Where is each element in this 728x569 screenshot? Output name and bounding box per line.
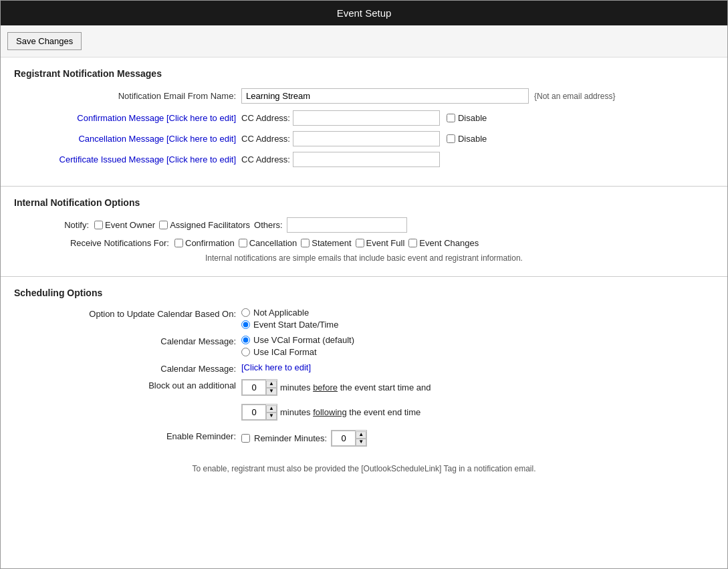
cancellation-receive-checkbox[interactable] — [239, 239, 247, 247]
notify-label: Notify: — [27, 220, 94, 230]
block-before-spinner: ▲ ▼ — [241, 379, 277, 396]
statement-item: Statement — [301, 238, 351, 248]
calendar-message-edit-label: Calendar Message: — [14, 362, 241, 374]
reminder-minutes-label: Reminder Minutes: — [254, 433, 327, 443]
cancellation-cc-input[interactable] — [293, 131, 440, 146]
block-following-input[interactable] — [242, 405, 266, 420]
internal-notification-section: Internal Notification Options Notify: Ev… — [1, 187, 727, 277]
certificate-cc-input[interactable] — [293, 152, 440, 167]
calendar-message-edit-link[interactable]: [Click here to edit] — [241, 362, 311, 372]
block-following-group: ▲ ▼ minutes following the event end time — [241, 404, 431, 421]
scheduling-footer-note: To enable, registrant must also be provi… — [14, 457, 714, 480]
block-before-input[interactable] — [242, 380, 266, 395]
internal-info-text: Internal notifications are simple emails… — [14, 253, 714, 263]
ical-format-radio[interactable] — [241, 348, 250, 356]
event-full-label: Event Full — [366, 238, 405, 248]
reminder-minutes-spinner: ▲ ▼ — [331, 430, 367, 447]
event-owner-checkbox[interactable] — [94, 221, 103, 229]
internal-section-title: Internal Notification Options — [14, 197, 714, 208]
event-start-date-radio[interactable] — [241, 320, 250, 329]
reminder-up-button[interactable]: ▲ — [356, 431, 366, 439]
email-from-name-hint: {Not an email address} — [534, 92, 615, 101]
vcal-format-label: Use VCal Format (default) — [253, 335, 354, 345]
receive-notifications-row: Receive Notifications For: Confirmation … — [14, 238, 714, 248]
confirmation-receive-label: Confirmation — [185, 238, 235, 248]
calendar-based-on-label: Option to Update Calendar Based On: — [14, 308, 241, 319]
block-following-up-button[interactable]: ▲ — [266, 405, 277, 413]
event-changes-item: Event Changes — [408, 238, 479, 248]
confirmation-cc-input[interactable] — [293, 110, 440, 126]
vcal-format-radio[interactable] — [241, 336, 250, 344]
enable-reminder-checkbox[interactable] — [241, 434, 250, 443]
event-start-date-label: Event Start Date/Time — [253, 320, 338, 330]
confirmation-message-row: Confirmation Message [Click here to edit… — [14, 110, 714, 126]
toolbar: Save Changes — [1, 25, 727, 58]
block-following-down-button[interactable]: ▼ — [266, 413, 277, 420]
cancellation-receive-label: Cancellation — [249, 238, 297, 248]
receive-checkboxes: Confirmation Cancellation Statement Even… — [174, 238, 479, 248]
registrant-section-title: Registrant Notification Messages — [14, 68, 714, 79]
confirmation-receive-item: Confirmation — [174, 238, 235, 248]
assigned-facilitators-checkbox[interactable] — [159, 221, 168, 229]
certificate-message-link[interactable]: Certificate Issued Message [Click here t… — [59, 154, 236, 164]
cancellation-receive-item: Cancellation — [239, 238, 297, 248]
save-changes-button[interactable]: Save Changes — [7, 32, 82, 50]
vcal-format-item: Use VCal Format (default) — [241, 335, 354, 345]
statement-label: Statement — [312, 238, 351, 248]
not-applicable-radio[interactable] — [241, 308, 250, 317]
block-before-up-button[interactable]: ▲ — [266, 380, 277, 388]
block-before-spinner-buttons: ▲ ▼ — [266, 380, 277, 395]
certificate-message-label-area: Certificate Issued Message [Click here t… — [14, 154, 241, 164]
cancellation-disable-checkbox[interactable] — [447, 134, 455, 143]
certificate-message-row: Certificate Issued Message [Click here t… — [14, 152, 714, 167]
event-owner-label: Event Owner — [105, 220, 155, 230]
cancellation-message-link[interactable]: Cancellation Message [Click here to edit… — [78, 134, 236, 144]
calendar-message-edit-row: Calendar Message: [Click here to edit] — [14, 362, 714, 374]
confirmation-message-label-area: Confirmation Message [Click here to edit… — [14, 113, 241, 123]
block-out-before-row: Block out an additional ▲ ▼ minutes befo… — [14, 379, 714, 425]
cancellation-disable-group: Disable — [447, 134, 487, 144]
block-following-spinner: ▲ ▼ — [241, 404, 277, 421]
event-full-checkbox[interactable] — [356, 239, 364, 247]
title-bar: Event Setup — [1, 1, 727, 25]
calendar-message-format-row: Calendar Message: Use VCal Format (defau… — [14, 335, 714, 357]
assigned-facilitators-item: Assigned Facilitators — [159, 220, 250, 230]
block-before-down-button[interactable]: ▼ — [266, 388, 277, 395]
cancellation-disable-label: Disable — [458, 134, 487, 144]
email-from-name-label: Notification Email From Name: — [14, 91, 241, 101]
email-from-name-input[interactable] — [241, 88, 529, 104]
calendar-based-on-radios: Not Applicable Event Start Date/Time — [241, 308, 338, 330]
reminder-minutes-input[interactable] — [332, 431, 356, 446]
not-applicable-label: Not Applicable — [253, 308, 309, 318]
statement-checkbox[interactable] — [301, 239, 310, 247]
block-following-spinner-buttons: ▲ ▼ — [266, 405, 277, 420]
ical-format-label: Use ICal Format — [253, 347, 317, 357]
confirmation-cc-label: CC Address: — [241, 113, 290, 123]
reminder-down-button[interactable]: ▼ — [356, 439, 366, 446]
confirmation-disable-label: Disable — [458, 113, 487, 123]
cancellation-message-row: Cancellation Message [Click here to edit… — [14, 131, 714, 146]
enable-reminder-label: Enable Reminder: — [14, 430, 241, 441]
minutes-following-label: minutes following the event end time — [280, 407, 420, 417]
event-changes-checkbox[interactable] — [408, 239, 417, 247]
others-label: Others: — [254, 220, 283, 230]
scheduling-section: Scheduling Options Option to Update Cale… — [1, 277, 727, 493]
registrant-notification-section: Registrant Notification Messages Notific… — [1, 58, 727, 187]
ical-format-item: Use ICal Format — [241, 347, 354, 357]
email-from-name-row: Notification Email From Name: {Not an em… — [14, 88, 714, 104]
block-out-label: Block out an additional — [14, 379, 241, 390]
content-area: Registrant Notification Messages Notific… — [1, 58, 727, 493]
confirmation-message-link[interactable]: Confirmation Message [Click here to edit… — [77, 113, 236, 123]
event-owner-item: Event Owner — [94, 220, 155, 230]
others-input[interactable] — [287, 217, 407, 233]
notify-row: Notify: Event Owner Assigned Facilitator… — [14, 217, 714, 233]
block-before-group: ▲ ▼ minutes before the event start time … — [241, 379, 431, 396]
minutes-before-label: minutes before the event start time and — [280, 382, 431, 392]
enable-reminder-row: Enable Reminder: Reminder Minutes: ▲ ▼ — [14, 430, 714, 452]
event-start-date-item: Event Start Date/Time — [241, 320, 338, 330]
confirmation-disable-checkbox[interactable] — [447, 114, 455, 122]
scheduling-section-title: Scheduling Options — [14, 288, 714, 298]
not-applicable-item: Not Applicable — [241, 308, 338, 318]
assigned-facilitators-label: Assigned Facilitators — [170, 220, 250, 230]
confirmation-receive-checkbox[interactable] — [174, 239, 183, 247]
